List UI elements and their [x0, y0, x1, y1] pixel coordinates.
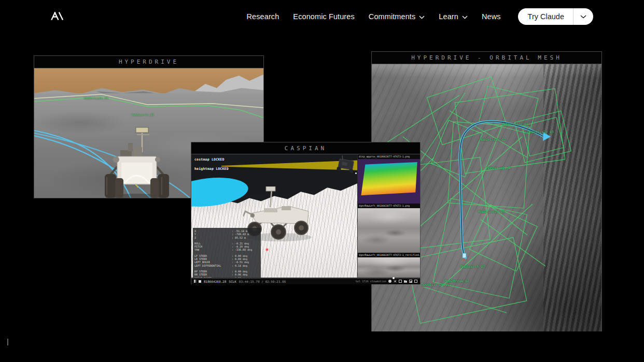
caspian-panel-title: CASPIAN: [191, 142, 420, 154]
nav-commitments-label: Commitments: [369, 12, 416, 21]
mesh-label: Twondile_Drive2: [421, 283, 452, 287]
rectified-camera-image: [358, 257, 420, 278]
caspian-body: costmap LOCKED heightmap LOCKED X-51.14 …: [191, 154, 420, 278]
mesh-label: MobDrive2e_01: [502, 122, 528, 126]
fullscreen-icon: [414, 280, 417, 283]
nav-learn[interactable]: Learn: [439, 12, 468, 21]
telemetry-overlay: X-51.14 m Y-749.43 m Z85.52 m ROLL-0.21 …: [193, 228, 261, 278]
mode-label: Sol 1726 slowmotion: [356, 280, 386, 283]
telemetry-left-group: LF_STEER0.00 deg LR_STEER0.00 deg LEFT_B…: [194, 254, 259, 267]
try-claude-button[interactable]: Try Claude: [518, 8, 593, 25]
image-filename: VgncRawLeft_0818663877-07673-1_rectified…: [358, 253, 420, 257]
nav-research[interactable]: Research: [247, 12, 279, 21]
mesh-label: MobDrive2e_02: [480, 138, 506, 142]
sclk-value: 818664269.28: [204, 280, 226, 283]
display-icon: [399, 280, 402, 283]
progress-track: [191, 278, 420, 279]
playback-right-controls: Sol 1726 slowmotion: [356, 280, 417, 283]
rover-silhouette: [334, 154, 357, 176]
telemetry-position-group: X-51.14 m Y-749.43 m Z85.52 m: [194, 229, 259, 239]
raw-camera-image: [358, 208, 420, 253]
caspian-3d-view: costmap LOCKED heightmap LOCKED X-51.14 …: [191, 154, 357, 278]
waypoint-label: MobSearch_07: [132, 113, 154, 117]
mesh-label: MobDrive2e_05: [478, 210, 505, 214]
try-claude-label: Try Claude: [518, 8, 573, 25]
nav-commitments[interactable]: Commitments: [369, 12, 425, 21]
mesh-label: MobSearch_07: [460, 265, 485, 269]
progress-handle: [393, 277, 395, 279]
grayscale-terrain-photo: [358, 208, 420, 253]
disparity-map-image: [358, 159, 420, 204]
mesh-label: ObsDrive2e_03: [527, 130, 554, 134]
chevron-down-icon: [462, 12, 468, 21]
mesh-label: MobDrive2_04: [486, 166, 511, 170]
disparity-image-tile: disp_approx_0818663877-07673-1.png: [358, 154, 420, 204]
timecode: 03:44:15.79 / 02:59:23.00: [239, 280, 286, 283]
camera-image-column: disp_approx_0818663877-07673-1.png VgncR…: [357, 154, 420, 278]
telemetry-right-group: RF_STEER0.00 deg RR_STEER0.06 deg RIGHT_…: [194, 270, 259, 278]
target-marker: [266, 249, 268, 251]
nav-news[interactable]: News: [482, 12, 501, 21]
orbital-mesh-panel-title: HYPERDRIVE - ORBITAL MESH: [372, 52, 601, 64]
main-nav: Research Economic Futures Commitments Le…: [247, 8, 594, 25]
record-icon: [388, 280, 391, 283]
rover-model-rear-view: [105, 126, 169, 198]
raw-left-image-tile: VgncRawLeft_0818663877-07673-1.png: [358, 204, 420, 253]
gear-icon: [394, 280, 397, 283]
heightmap-lock-label: heightmap LOCKED: [194, 167, 229, 171]
hyperdrive-panel-title: HYPERDRIVE: [34, 56, 263, 68]
costmap-lock-label: costmap LOCKED: [194, 157, 229, 162]
chevron-down-icon: [419, 12, 425, 21]
pip-icon: [409, 280, 412, 283]
anthropic-logo-icon[interactable]: [50, 11, 64, 21]
rectified-image-tile: VgncRawLeft_0818663877-07673-1_rectified…: [358, 253, 420, 278]
telemetry-attitude-group: ROLL-0.21 deg PITCH-4.10 deg YAW-136.68 …: [194, 242, 259, 252]
chevron-down-icon[interactable]: [573, 8, 593, 25]
text-cursor-artifact: [7, 339, 8, 345]
caspian-panel: CASPIAN: [191, 142, 421, 284]
image-filename: disp_approx_0818663877-07673-1.png: [358, 154, 420, 159]
camera-icon: [404, 280, 407, 283]
stop-icon: [199, 280, 201, 283]
lock-status-overlay: costmap LOCKED heightmap LOCKED: [194, 157, 229, 176]
nav-economic-futures[interactable]: Economic Futures: [293, 12, 354, 21]
grayscale-terrain-photo: [358, 257, 420, 278]
sclk-label: SCLK: [229, 280, 236, 283]
nav-learn-label: Learn: [439, 12, 458, 21]
waypoint-label: MobDrive2e_01: [84, 96, 108, 100]
playback-bar: 818664269.28 SCLK 03:44:15.79 / 02:59:23…: [191, 278, 420, 284]
mouse-cursor-dot: [355, 172, 357, 174]
image-filename: VgncRawLeft_0818663877-07673-1.png: [358, 204, 420, 208]
disparity-gradient: [359, 162, 418, 200]
pause-icon: [194, 280, 196, 283]
